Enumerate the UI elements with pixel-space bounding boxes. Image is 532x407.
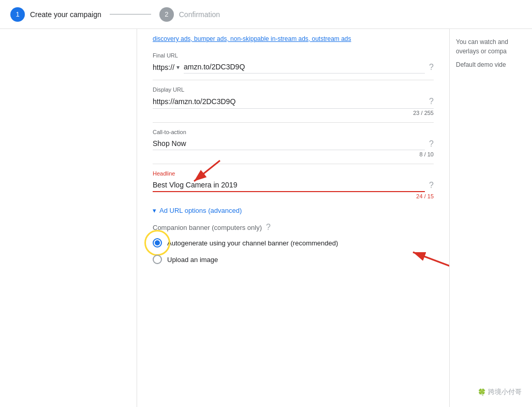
final-url-group: Final URL https:// ▾ ? [153, 52, 434, 80]
display-url-char-count: 23 / 255 [153, 110, 434, 116]
radio-highlight-autogenerate [153, 238, 162, 248]
call-to-action-group: Call-to-action ? 8 / 10 [153, 129, 434, 164]
protocol-chevron-icon: ▾ [176, 64, 180, 71]
ad-url-options[interactable]: ▾ Ad URL options (advanced) [153, 207, 434, 214]
call-to-action-input[interactable] [153, 137, 425, 150]
watermark-icon: 🍀 [478, 388, 486, 396]
headline-char-count: 24 / 15 [153, 193, 434, 199]
headline-row: ? [153, 179, 434, 192]
companion-option-autogenerate[interactable]: Autogenerate using your channel banner (… [153, 238, 434, 248]
right-panel-text: You can watch and overlays or compa [456, 37, 526, 56]
display-url-group: Display URL ? 23 / 255 [153, 86, 434, 123]
display-url-row: ? [153, 95, 434, 109]
headline-label: Headline [153, 170, 434, 177]
final-url-row: https:// ▾ ? [153, 61, 434, 74]
call-to-action-label: Call-to-action [153, 129, 434, 135]
form-area: discovery ads, bumper ads, non-skippable… [137, 29, 449, 407]
companion-option-upload-label: Upload an image [167, 256, 218, 264]
headline-help-icon[interactable]: ? [429, 181, 434, 190]
companion-banner-help-icon[interactable]: ? [266, 223, 271, 232]
headline-group: Headline ? 24 / 15 [153, 170, 434, 201]
call-to-action-help-icon[interactable]: ? [429, 139, 434, 149]
final-url-input[interactable] [184, 61, 425, 74]
display-url-input[interactable] [153, 97, 429, 106]
right-panel: You can watch and overlays or compa Defa… [449, 29, 532, 407]
radio-autogenerate-circle[interactable] [153, 238, 162, 248]
watermark-text: 跨境小付哥 [488, 387, 522, 397]
left-sidebar [0, 29, 137, 407]
radio-upload-circle[interactable] [153, 255, 162, 264]
step-2-circle: 2 [159, 7, 174, 22]
watermark: 🍀 跨境小付哥 [478, 387, 522, 397]
final-url-label: Final URL [153, 52, 434, 59]
step-1: 1 Create your campaign [10, 7, 101, 22]
call-to-action-char-count: 8 / 10 [153, 151, 434, 157]
headline-input[interactable] [153, 179, 425, 192]
svg-line-3 [413, 252, 449, 268]
step-2: 2 Confirmation [159, 7, 220, 22]
display-url-label: Display URL [153, 86, 434, 93]
step-1-label: Create your campaign [30, 10, 101, 19]
call-to-action-row: ? [153, 137, 434, 150]
display-url-help-icon[interactable]: ? [429, 97, 434, 106]
step-1-circle: 1 [10, 7, 25, 22]
protocol-text: https:// [153, 63, 174, 71]
protocol-selector[interactable]: https:// ▾ [153, 63, 180, 71]
companion-banner-label: Companion banner (computers only) [153, 224, 262, 231]
ad-url-options-label: Ad URL options (advanced) [159, 207, 242, 214]
companion-banner-label-row: Companion banner (computers only) ? [153, 223, 434, 232]
ad-type-links: discovery ads, bumper ads, non-skippable… [153, 29, 434, 52]
ad-url-chevron-icon: ▾ [153, 207, 156, 214]
right-panel-subtext: Default demo vide [456, 60, 526, 69]
main-layout: discovery ads, bumper ads, non-skippable… [0, 29, 532, 407]
step-connector [110, 14, 151, 14]
companion-banner-section: Companion banner (computers only) ? Auto… [153, 223, 434, 264]
companion-option-autogenerate-label: Autogenerate using your channel banner (… [167, 239, 338, 247]
companion-option-upload[interactable]: Upload an image [153, 255, 434, 264]
step-2-label: Confirmation [179, 10, 220, 19]
final-url-help-icon[interactable]: ? [429, 63, 434, 72]
stepper-bar: 1 Create your campaign 2 Confirmation [0, 0, 532, 29]
